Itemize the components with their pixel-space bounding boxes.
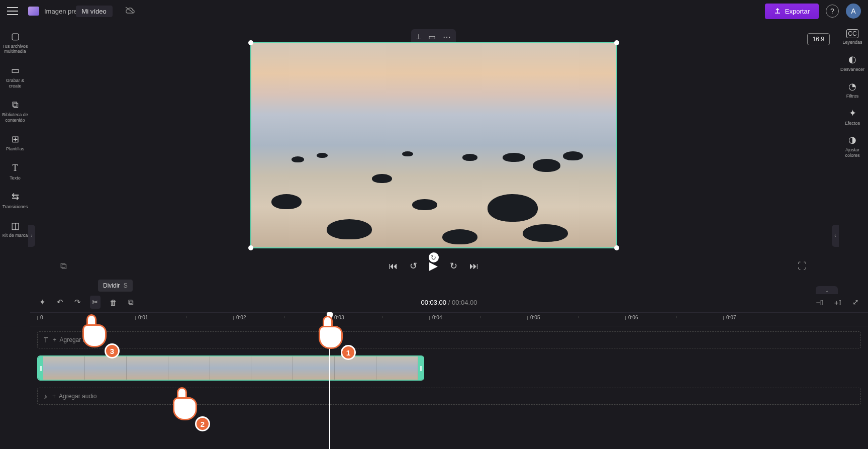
callout-badge: 3 <box>105 343 120 358</box>
sidebar-item-fade[interactable]: ◐ Desvanecer <box>838 54 867 72</box>
filters-icon: ◔ <box>848 81 856 93</box>
timeline-ruler[interactable]: 0 0:01 0:02 0:03 0:04 0:05 0:06 0:07 <box>30 312 868 326</box>
resize-handle-bl[interactable] <box>248 245 253 250</box>
fade-icon: ◐ <box>848 54 856 65</box>
zoom-in-icon[interactable]: +⃝ <box>832 296 843 309</box>
camera-icon: ▭ <box>11 65 20 76</box>
delete-icon[interactable]: 🗑 <box>108 296 119 309</box>
user-avatar[interactable]: A <box>846 4 861 19</box>
timeline-timecode: 00:03.00 / 00:04.00 <box>421 299 477 306</box>
crop-icon[interactable]: ⟂ <box>416 32 421 42</box>
preview-sky <box>251 43 616 145</box>
split-tooltip: Dividir S <box>98 280 133 292</box>
clip-trim-right[interactable]: ‖ <box>418 356 423 380</box>
text-track-placeholder[interactable]: T + Agregar texto <box>37 331 861 348</box>
aspect-ratio-button[interactable]: 16:9 <box>807 33 830 45</box>
transitions-icon: ⇆ <box>12 192 19 203</box>
play-button[interactable]: ▶ <box>429 259 438 273</box>
left-sidebar: ▢ Tus archivos multimedia ▭ Grabar & cre… <box>0 22 30 449</box>
preview-canvas-area: ⟂ ▭ ⋯ 16:9 ↻ ⧉ ⏮ ↺ ▶ ↻ ⏭ ⛶ <box>30 22 837 279</box>
tutorial-callout-2: 2 <box>171 387 211 432</box>
folder-icon: ▢ <box>11 31 20 42</box>
export-label: Exportar <box>785 8 810 15</box>
resize-handle-tl[interactable] <box>248 40 253 45</box>
pointer-hand-icon <box>317 316 342 347</box>
adjust-colors-icon: ◑ <box>848 135 856 146</box>
audio-track-icon: ♪ <box>44 392 47 400</box>
clip-thumbnails <box>43 356 418 380</box>
app-logo-icon <box>28 7 39 16</box>
magic-icon[interactable]: ✦ <box>37 296 48 309</box>
tutorial-callout-3: 3 <box>80 314 121 360</box>
callout-badge: 2 <box>195 416 210 431</box>
sidebar-item-your-media[interactable]: ▢ Tus archivos multimedia <box>1 29 29 56</box>
skip-start-icon[interactable]: ⏮ <box>389 261 398 272</box>
fit-icon[interactable]: ▭ <box>428 32 436 42</box>
timeline-toolbar: ✦ ↶ ↷ ✂ 🗑 ⧉ 00:03.00 / 00:04.00 −⃝ +⃝ ⤢ <box>30 292 868 312</box>
help-button[interactable]: ? <box>826 5 839 18</box>
timeline-zoom-controls: −⃝ +⃝ ⤢ <box>814 296 861 309</box>
cloud-sync-off-icon[interactable] <box>125 6 135 17</box>
safe-zone-toggle-icon[interactable]: ⧉ <box>60 261 67 272</box>
more-icon[interactable]: ⋯ <box>443 32 451 42</box>
sidebar-item-filters[interactable]: ◔ Filtros <box>838 81 867 99</box>
duplicate-icon[interactable]: ⧉ <box>126 296 136 309</box>
project-name-pill[interactable]: Mi vídeo <box>76 6 113 17</box>
callout-badge: 1 <box>341 345 356 360</box>
text-icon: T <box>13 163 18 174</box>
playback-controls: ⧉ ⏮ ↺ ▶ ↻ ⏭ ⛶ <box>30 253 837 279</box>
undo-icon[interactable]: ↶ <box>55 296 65 309</box>
sidebar-item-record-create[interactable]: ▭ Grabar & create <box>1 63 29 91</box>
redo-icon[interactable]: ↷ <box>72 296 83 309</box>
sidebar-item-content-library[interactable]: ⧉ Biblioteca de contenido <box>1 98 29 125</box>
resize-handle-tr[interactable] <box>614 40 619 45</box>
app-header: Imagen prediseñada Mi vídeo Exportar ? A <box>0 0 868 22</box>
zoom-out-icon[interactable]: −⃝ <box>814 296 825 309</box>
sidebar-item-effects[interactable]: ✦ Efectos <box>838 108 867 126</box>
upload-icon <box>774 7 781 16</box>
video-track: ‖ ‖ <box>37 355 861 381</box>
effects-icon: ✦ <box>849 108 856 119</box>
captions-icon: CC <box>846 29 858 38</box>
export-button[interactable]: Exportar <box>765 4 819 19</box>
templates-icon: ⊞ <box>12 134 19 145</box>
plus-icon: + <box>52 393 56 400</box>
zoom-fit-icon[interactable]: ⤢ <box>850 296 861 309</box>
breadcrumb: Imagen prediseñada Mi vídeo <box>44 6 113 17</box>
menu-button[interactable] <box>7 6 18 17</box>
rewind-icon[interactable]: ↺ <box>410 260 417 272</box>
timeline-tracks: T + Agregar texto ‖ ‖ ♪ + Agregar audio <box>30 326 868 405</box>
tutorial-callout-1: 1 <box>317 316 357 361</box>
sidebar-item-adjust-colors[interactable]: ◑ Ajustar colores <box>838 135 867 158</box>
skip-end-icon[interactable]: ⏭ <box>469 261 478 272</box>
resize-handle-br[interactable] <box>614 245 619 250</box>
forward-icon[interactable]: ↻ <box>450 260 457 272</box>
text-track-icon: T <box>44 336 48 344</box>
sidebar-item-text[interactable]: T Texto <box>1 161 29 183</box>
sidebar-item-captions[interactable]: CC Leyendas <box>838 29 867 45</box>
sidebar-item-brand-kit[interactable]: ◫ Kit de marca <box>1 219 29 240</box>
sidebar-item-transitions[interactable]: ⇆ Transiciones <box>1 190 29 211</box>
audio-track-placeholder[interactable]: ♪ + Agregar audio <box>37 388 861 405</box>
fullscreen-icon[interactable]: ⛶ <box>798 261 807 272</box>
timeline-area: ⌄ Dividir S ✦ ↶ ↷ ✂ 🗑 ⧉ 00:03.00 / 00:04… <box>30 292 868 449</box>
library-icon: ⧉ <box>12 100 19 111</box>
pointer-hand-icon <box>80 314 106 345</box>
clip-trim-left[interactable]: ‖ <box>38 356 43 380</box>
plus-icon: + <box>53 336 57 343</box>
split-button[interactable]: ✂ <box>90 296 101 309</box>
video-preview-frame[interactable]: ↻ <box>250 42 617 248</box>
sidebar-item-templates[interactable]: ⊞ Plantillas <box>1 132 29 154</box>
pointer-hand-icon <box>171 387 196 418</box>
brandkit-icon: ◫ <box>11 221 20 232</box>
